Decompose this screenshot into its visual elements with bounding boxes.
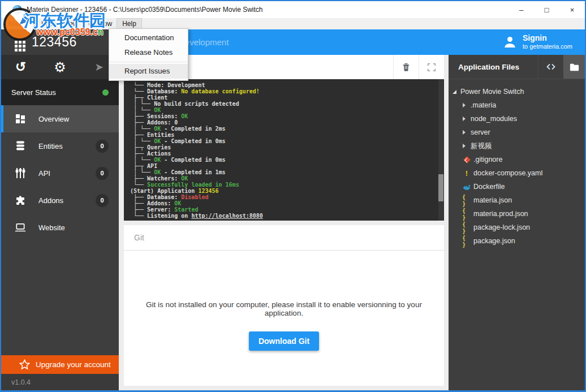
console-line: ├── Watchers: OK: [130, 175, 436, 182]
person-icon: [503, 35, 517, 49]
folder-item-server[interactable]: server: [449, 126, 585, 139]
clear-console-button[interactable]: [393, 55, 419, 79]
console-line: │ └── OK - Completed in 1ms: [130, 169, 436, 175]
version-bar: v1.0.4: [1, 374, 119, 390]
menu-bar: MateriaEditViewWindowHelp: [1, 18, 585, 29]
console-line: ├── Entities: [130, 132, 436, 138]
folder-item-node-modules[interactable]: node_modules: [449, 112, 585, 126]
git-body: Git is not installed on your computer, p…: [124, 251, 444, 386]
folder-item-power-movie-switch[interactable]: Power Movie Switch: [449, 85, 585, 98]
count-badge: 0: [96, 140, 109, 153]
json-file-icon: { }: [463, 207, 471, 221]
apps-grid-icon[interactable]: [15, 41, 18, 44]
git-message: Git is not installed on your computer, p…: [124, 300, 444, 317]
signin-subtitle: to getmateria.com: [523, 43, 572, 51]
git-header: Git: [124, 225, 444, 251]
close-button[interactable]: ×: [559, 1, 585, 18]
code-view-button[interactable]: [538, 55, 563, 79]
file-item-package-json[interactable]: { }package.json: [449, 234, 585, 248]
console-line: └── Database: No database configured!: [130, 88, 436, 94]
folder-item-新视频[interactable]: 新视频: [449, 139, 585, 153]
file-label: package-lock.json: [473, 223, 530, 231]
file-item-package-lock-json[interactable]: { }package-lock.json: [449, 221, 585, 234]
sidebar-item-label: Website: [38, 223, 65, 232]
file-item-materia-json[interactable]: { }materia.json: [449, 193, 585, 207]
menu-item-release-notes[interactable]: Release Notes: [109, 45, 188, 60]
file-item-dockerfile[interactable]: Dockerfile: [449, 180, 585, 193]
menu-item-view[interactable]: View: [58, 19, 83, 29]
console-line: └── Successfully loaded in 16ms: [130, 182, 436, 188]
open-folder-button[interactable]: [563, 55, 585, 79]
menu-item-window[interactable]: Window: [83, 19, 118, 29]
menu-item-help[interactable]: Help: [117, 19, 141, 29]
app-window: Materia Designer - 123456 - C:\Users\pc0…: [0, 0, 586, 392]
sidebar-item-label: API: [38, 169, 50, 178]
sidebar-item-overview[interactable]: Overview: [1, 105, 119, 132]
json-file-icon: { }: [463, 221, 471, 234]
sidebar-item-website[interactable]: Website: [1, 214, 119, 241]
signin-button[interactable]: Signin to getmateria.com: [503, 33, 585, 51]
console-output: └── Mode: Development └── Database: No d…: [124, 79, 444, 221]
console-line: │ └── OK - Completed in 0ms: [130, 157, 436, 163]
download-git-button[interactable]: Download Git: [249, 331, 319, 351]
sidebar-item-api[interactable]: API0: [1, 160, 119, 187]
file-label: materia.prod.json: [473, 210, 528, 218]
sidebar-item-addons[interactable]: Addons0: [1, 187, 119, 214]
minimize-button[interactable]: –: [509, 1, 534, 18]
menu-item-materia[interactable]: Materia: [3, 19, 36, 29]
menu-item-edit[interactable]: Edit: [36, 19, 58, 29]
maximize-button[interactable]: □: [534, 1, 559, 18]
app-header: Development Signin to getmateria.com: [119, 29, 585, 55]
upgrade-account-button[interactable]: Upgrade your account: [1, 355, 119, 374]
window-controls: – □ ×: [509, 1, 585, 18]
file-label: Power Movie Switch: [460, 88, 524, 96]
app-name: 123456: [32, 35, 77, 50]
git-file-icon: [463, 157, 471, 162]
git-title: Git: [134, 233, 144, 242]
reload-button[interactable]: ↺: [1, 55, 40, 79]
sidebar-toolbar: ↺ ⚙ ➤: [1, 55, 119, 79]
sidebar: 123456 ↺ ⚙ ➤ Server Status OverviewEntit…: [1, 29, 119, 390]
menu-item-documentation[interactable]: Documentation: [109, 31, 188, 45]
console-line: ├── Addons: 0: [130, 119, 436, 126]
sliders-icon: [15, 167, 26, 179]
server-status-label: Server Status: [11, 88, 56, 97]
title-bar[interactable]: Materia Designer - 123456 - C:\Users\pc0…: [1, 1, 585, 18]
reload-icon: ↺: [15, 61, 26, 74]
console-line: │ └── OK - Completed in 0ms: [130, 138, 436, 144]
console-line: │ └── No build scripts detected: [130, 101, 436, 107]
file-label: node_modules: [471, 115, 517, 123]
server-status-indicator: [102, 89, 109, 96]
file-tree: Power Movie Switch.materianode_modulesse…: [449, 79, 585, 248]
folder-item-materia[interactable]: .materia: [449, 98, 585, 112]
console-line: (Start) Application 123456: [130, 188, 436, 194]
fullscreen-button[interactable]: [419, 55, 444, 79]
count-badge: 0: [96, 167, 109, 180]
console-scrollbar-thumb[interactable]: [438, 174, 443, 201]
settings-button[interactable]: ⚙: [40, 55, 79, 79]
sidebar-item-label: Addons: [38, 196, 63, 205]
console-line: │ └── OK - Completed in 2ms: [130, 126, 436, 132]
send-icon: ➤: [94, 62, 104, 72]
json-file-icon: { }: [463, 234, 471, 248]
chevron-expanded-icon: [453, 90, 456, 94]
sidebar-item-entities[interactable]: Entities0: [1, 132, 119, 160]
console-line: ├─┬ API: [130, 163, 436, 169]
gear-icon: ⚙: [54, 61, 66, 74]
file-label: .gitignore: [473, 156, 502, 163]
file-item-materia-prod-json[interactable]: { }materia.prod.json: [449, 207, 585, 221]
file-item-docker-compose-yaml[interactable]: !docker-compose.yaml: [449, 166, 585, 180]
menu-item-report-issues[interactable]: Report Issues: [109, 64, 188, 79]
count-badge: 0: [96, 194, 109, 207]
console-line: ├─┬ Queries: [130, 144, 436, 150]
window-title: Materia Designer - 123456 - C:\Users\pc0…: [27, 6, 263, 14]
json-file-icon: { }: [463, 193, 471, 207]
file-item-gitignore[interactable]: .gitignore: [449, 153, 585, 166]
sidebar-item-label: Entities: [38, 142, 63, 150]
signin-title: Signin: [523, 33, 572, 44]
files-panel-title: Application Files: [449, 55, 538, 79]
console-line: ├── Addons: OK: [130, 200, 436, 206]
upgrade-label: Upgrade your account: [36, 360, 111, 369]
console-line: ├── Sessions: OK: [130, 113, 436, 119]
console-line: │ └── OK: [130, 107, 436, 113]
